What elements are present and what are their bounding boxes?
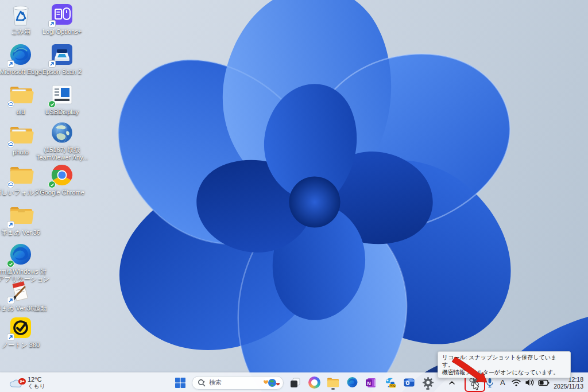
shortcut-arrow-icon bbox=[48, 20, 56, 28]
desktop-icon-arm-windows-apps[interactable]: Arm版Windows 対 応アプリケーション bbox=[2, 243, 39, 283]
desktop-icon-teamviewer[interactable]: (15167) 取扱 TeamViewer Any... bbox=[44, 122, 80, 161]
annotation-arrow bbox=[0, 0, 588, 392]
wallet-app-button[interactable] bbox=[401, 375, 416, 390]
desktop-icon-label: photo bbox=[13, 149, 29, 156]
onedrive-cloud-icon bbox=[7, 100, 14, 108]
copilot-icon bbox=[308, 377, 320, 389]
wallet-app-icon bbox=[403, 377, 415, 389]
folder-icon bbox=[9, 164, 33, 187]
shortcut-arrow-icon bbox=[7, 221, 14, 228]
desktop-icon-label: (15167) 取扱 bbox=[44, 146, 80, 154]
folder-icon bbox=[9, 204, 33, 227]
svg-text:PRO: PRO bbox=[389, 385, 395, 387]
shortcut-arrow-icon bbox=[48, 60, 56, 68]
weather-widget[interactable]: 9+ 12°C くもり bbox=[6, 373, 49, 392]
desktop-icon-old-folder[interactable]: old bbox=[2, 84, 39, 116]
onenote-icon: N bbox=[365, 377, 377, 389]
norton-icon bbox=[9, 317, 33, 340]
desktop-icon-label: ノートン 360 bbox=[2, 341, 40, 349]
search-box[interactable]: 検索 bbox=[192, 376, 284, 390]
shortcut-arrow-icon bbox=[7, 60, 14, 68]
desktop-icon-label: 筆まめ Ver.36 bbox=[1, 229, 40, 236]
task-view-icon bbox=[289, 377, 301, 389]
recall-tooltip: リコール: スナップショットを保存しています。 機密情報フィルターがオンになって… bbox=[438, 351, 571, 378]
desktop-icon-norton-360[interactable]: ノートン 360 bbox=[2, 317, 39, 349]
weather-temp: 12°C bbox=[28, 376, 45, 383]
wifi-icon bbox=[511, 379, 521, 387]
desktop-icon-photo-folder[interactable]: photo bbox=[2, 124, 39, 156]
onedrive-cloud-icon bbox=[7, 181, 14, 188]
search-highlight-art bbox=[262, 378, 281, 388]
sync-check-icon bbox=[48, 181, 56, 188]
desktop-icon-label: old bbox=[17, 108, 25, 116]
pro-app-icon: PRO bbox=[384, 377, 396, 389]
running-indicator bbox=[426, 388, 430, 390]
chrome-icon bbox=[50, 164, 74, 187]
chevron-up-icon bbox=[448, 380, 456, 386]
globe-icon bbox=[50, 122, 74, 145]
start-button[interactable] bbox=[173, 375, 188, 390]
sync-check-icon bbox=[7, 260, 14, 267]
windows-logo-icon bbox=[175, 377, 186, 389]
edge-icon bbox=[9, 44, 33, 67]
file-explorer-button[interactable] bbox=[326, 375, 341, 390]
desktop-icon-label: Microsoft Edge bbox=[0, 68, 42, 76]
desktop-icon-new-folder[interactable]: 新しいフォルダー bbox=[2, 164, 39, 196]
search-icon bbox=[198, 379, 206, 387]
onenote-button[interactable]: N bbox=[363, 375, 378, 390]
desktop-icon-recycle-bin[interactable]: ごみ箱 bbox=[2, 3, 39, 36]
desktop-icon-label: Epson Scan 2 bbox=[42, 68, 82, 76]
desktop-icon-fudemame-folder[interactable]: 筆まめ Ver.36 bbox=[2, 204, 39, 236]
desktop-icon-label-line2: TeamViewer Any... bbox=[36, 154, 88, 161]
onedrive-cloud-icon bbox=[7, 141, 14, 148]
battery-icon bbox=[538, 379, 550, 386]
desktop-icon-fudemame-launch[interactable]: 筆まめ Ver.36起動 bbox=[2, 280, 39, 312]
usbdisplay-icon bbox=[50, 84, 74, 107]
edge-taskbar-button[interactable] bbox=[345, 375, 359, 390]
tray-date: 2025/11/13 bbox=[554, 383, 583, 390]
recall-tooltip-line1: リコール: スナップショットを保存しています。 bbox=[442, 354, 566, 368]
edge-icon bbox=[9, 243, 33, 266]
shortcut-arrow-icon bbox=[7, 297, 14, 304]
windows-desktop: ごみ箱 Logi Options+ bbox=[0, 0, 588, 392]
shortcut-arrow-icon bbox=[7, 333, 14, 341]
folder-icon bbox=[9, 84, 33, 107]
wallpaper-bloom bbox=[0, 0, 588, 392]
microphone-icon bbox=[486, 378, 494, 388]
weather-condition: くもり bbox=[28, 383, 45, 389]
desktop-icon-label: USBDisplay bbox=[45, 108, 79, 116]
desktop-icon-label: ごみ箱 bbox=[11, 28, 30, 36]
desktop-icon-google-chrome[interactable]: Google Chrome bbox=[44, 164, 80, 196]
desktop-icon-microsoft-edge[interactable]: Microsoft Edge bbox=[2, 44, 39, 76]
settings-gear-icon bbox=[422, 377, 434, 389]
desktop-icon-label: Logi Options+ bbox=[42, 28, 82, 36]
pro-app-button[interactable]: PRO bbox=[382, 375, 397, 390]
desktop-icon-epson-scan[interactable]: Epson Scan 2 bbox=[44, 44, 80, 76]
recycle-bin-icon bbox=[9, 3, 33, 26]
folder-icon bbox=[9, 124, 33, 147]
settings-button[interactable] bbox=[420, 375, 435, 390]
task-view-button[interactable] bbox=[288, 375, 303, 390]
edge-icon bbox=[346, 377, 358, 389]
weather-alert-badge: 9+ bbox=[18, 378, 26, 385]
desktop-icon-label: Google Chrome bbox=[40, 189, 84, 196]
running-indicator bbox=[331, 388, 335, 390]
speaker-icon bbox=[525, 378, 535, 387]
desktop-icon-label: 筆まめ Ver.36起動 bbox=[0, 305, 47, 312]
svg-text:N: N bbox=[367, 380, 371, 386]
desktop-icon-logi-options[interactable]: Logi Options+ bbox=[44, 3, 80, 36]
sync-check-icon bbox=[48, 100, 56, 108]
postcard-icon bbox=[9, 280, 33, 303]
recall-tooltip-line2: 機密情報フィルターがオンになっています。 bbox=[442, 368, 566, 376]
file-explorer-icon bbox=[327, 377, 339, 388]
copilot-button[interactable] bbox=[307, 375, 322, 390]
desktop-icon-usbdisplay[interactable]: USBDisplay bbox=[44, 84, 80, 116]
logi-options-icon bbox=[50, 3, 74, 26]
desktop-icon-label: Arm版Windows 対 bbox=[0, 268, 47, 275]
epson-scan-icon bbox=[50, 44, 74, 67]
search-placeholder: 検索 bbox=[209, 378, 259, 387]
